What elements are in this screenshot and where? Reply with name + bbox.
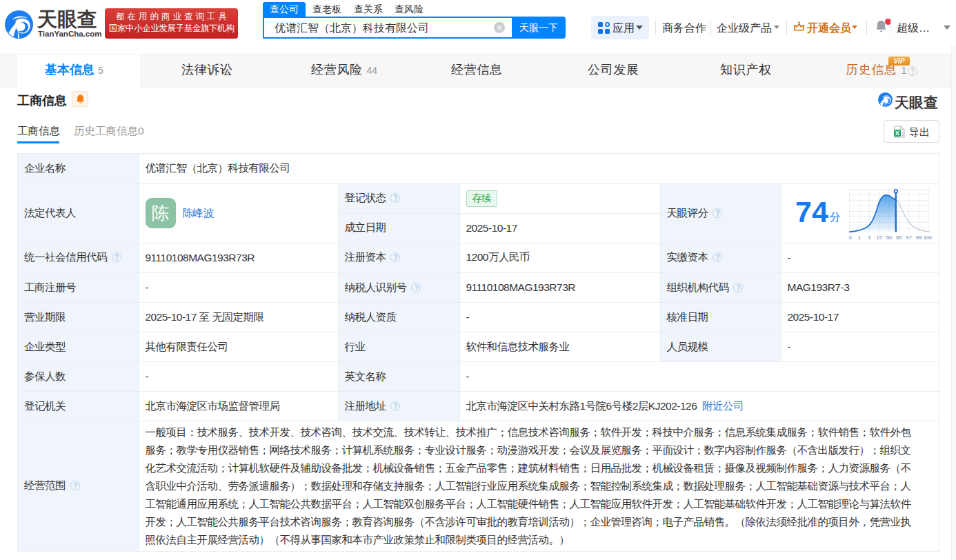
svg-text:1: 1: [858, 234, 861, 241]
svg-text:97: 97: [906, 234, 911, 241]
svg-text:3: 3: [868, 234, 870, 241]
svg-text:99: 99: [916, 234, 922, 241]
svg-text:0: 0: [849, 234, 852, 241]
svg-text:100: 100: [924, 234, 932, 241]
svg-text:15: 15: [876, 234, 882, 241]
svg-text:85: 85: [896, 234, 902, 241]
svg-text:50: 50: [886, 234, 892, 241]
